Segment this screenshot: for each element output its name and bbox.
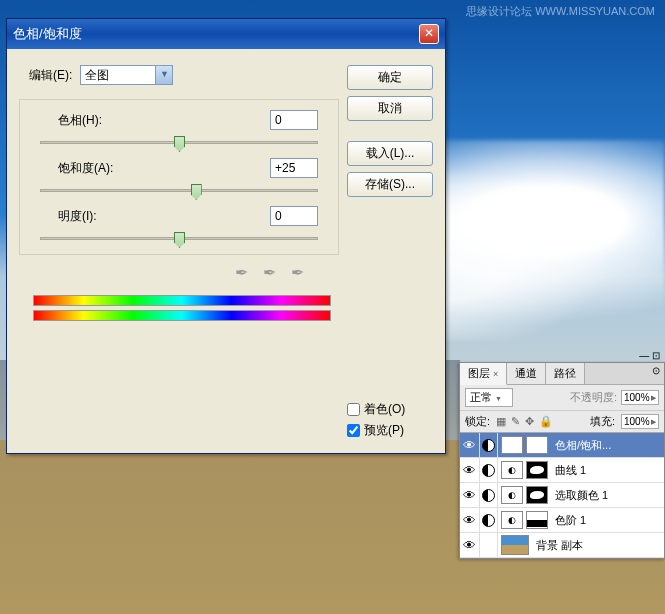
lightness-input[interactable] xyxy=(270,206,318,226)
lightness-label: 明度(I): xyxy=(58,208,97,225)
visibility-icon[interactable]: 👁 xyxy=(460,508,480,532)
layer-row[interactable]: 👁 ◐ 选取颜色 1 xyxy=(460,483,664,508)
hue-saturation-dialog: 色相/饱和度 ✕ 编辑(E): ▼ 色相(H): xyxy=(6,18,446,454)
layer-icon: ◐ xyxy=(501,436,523,454)
lightness-slider[interactable] xyxy=(40,232,318,246)
dialog-titlebar[interactable]: 色相/饱和度 ✕ xyxy=(7,19,445,49)
hue-slider[interactable] xyxy=(40,136,318,150)
hue-thumb[interactable] xyxy=(174,136,185,152)
edit-combo-input[interactable] xyxy=(81,66,155,84)
layer-icon: ◐ xyxy=(501,511,523,529)
mask-thumb[interactable] xyxy=(526,511,548,529)
layer-name[interactable]: 曲线 1 xyxy=(551,463,664,478)
panel-menu-icon[interactable]: ⊙ xyxy=(652,365,660,376)
saturation-slider[interactable] xyxy=(40,184,318,198)
layer-name[interactable]: 背景 副本 xyxy=(532,538,658,553)
layer-icon: ◐ xyxy=(501,486,523,504)
panel-collapse-icon[interactable]: — ⊡ xyxy=(639,350,660,361)
tab-close-icon[interactable]: × xyxy=(490,369,498,379)
layer-icon: ◐ xyxy=(501,461,523,479)
cancel-button[interactable]: 取消 xyxy=(347,96,433,121)
image-thumb[interactable] xyxy=(501,535,529,555)
opacity-label: 不透明度: xyxy=(570,390,617,405)
visibility-icon[interactable]: 👁 xyxy=(460,483,480,507)
blend-mode-select[interactable]: 正常 ▼ xyxy=(465,388,513,407)
eyedropper-icon[interactable]: ✒ xyxy=(235,263,253,281)
layer-row[interactable]: 👁 ◐ 色阶 1 xyxy=(460,508,664,533)
eyedropper-add-icon[interactable]: ✒ xyxy=(263,263,281,281)
opacity-input[interactable]: 100%▶ xyxy=(621,390,659,405)
saturation-input[interactable] xyxy=(270,158,318,178)
adjustment-icon xyxy=(480,433,498,457)
tab-channels[interactable]: 通道 xyxy=(507,363,546,384)
edit-label: 编辑(E): xyxy=(29,67,72,84)
layer-row[interactable]: 👁 ◐ 曲线 1 xyxy=(460,458,664,483)
mask-thumb[interactable] xyxy=(526,461,548,479)
adjustment-icon xyxy=(480,508,498,532)
gradient-bar-bottom xyxy=(33,310,331,321)
layer-name[interactable]: 选取颜色 1 xyxy=(551,488,664,503)
close-button[interactable]: ✕ xyxy=(419,24,439,44)
combo-arrow-icon[interactable]: ▼ xyxy=(155,66,172,84)
visibility-icon[interactable]: 👁 xyxy=(460,458,480,482)
sliders-group: 色相(H): 饱和度(A): xyxy=(19,99,339,255)
lock-pixels-icon[interactable]: ✎ xyxy=(511,415,520,428)
lock-transparency-icon[interactable]: ▦ xyxy=(496,415,506,428)
layer-row[interactable]: 👁 背景 副本 xyxy=(460,533,664,558)
hue-input[interactable] xyxy=(270,110,318,130)
eyedropper-subtract-icon[interactable]: ✒ xyxy=(291,263,309,281)
fill-label: 填充: xyxy=(590,414,615,429)
visibility-icon[interactable]: 👁 xyxy=(460,433,480,457)
preview-checkbox[interactable] xyxy=(347,424,360,437)
adjustment-icon xyxy=(480,458,498,482)
layer-name[interactable]: 色相/饱和... xyxy=(551,438,664,453)
layers-panel: — ⊡ 图层× 通道 路径 ⊙ 正常 ▼ 不透明度: 100%▶ 锁定: ▦ ✎… xyxy=(459,362,665,559)
fill-input[interactable]: 100%▶ xyxy=(621,414,659,429)
tab-paths[interactable]: 路径 xyxy=(546,363,585,384)
mask-thumb[interactable] xyxy=(526,436,548,454)
watermark-text: 思缘设计论坛 WWW.MISSYUAN.COM xyxy=(466,4,655,19)
lock-all-icon[interactable]: 🔒 xyxy=(539,415,553,428)
dialog-title: 色相/饱和度 xyxy=(13,25,82,43)
layer-name[interactable]: 色阶 1 xyxy=(551,513,664,528)
layer-row[interactable]: 👁 ◐ 色相/饱和... xyxy=(460,433,664,458)
tab-layers[interactable]: 图层× xyxy=(460,363,507,385)
preview-option[interactable]: 预览(P) xyxy=(347,422,433,439)
lock-position-icon[interactable]: ✥ xyxy=(525,415,534,428)
link-cell[interactable] xyxy=(480,533,498,557)
colorize-checkbox[interactable] xyxy=(347,403,360,416)
colorize-option[interactable]: 着色(O) xyxy=(347,401,433,418)
layers-list: 👁 ◐ 色相/饱和... 👁 ◐ 曲线 1 👁 ◐ 选取颜色 1 👁 ◐ 色阶 … xyxy=(460,433,664,558)
saturation-label: 饱和度(A): xyxy=(58,160,113,177)
lock-label: 锁定: xyxy=(465,414,490,429)
adjustment-icon xyxy=(480,483,498,507)
hue-gradient-bars xyxy=(33,295,331,321)
visibility-icon[interactable]: 👁 xyxy=(460,533,480,557)
mask-thumb[interactable] xyxy=(526,486,548,504)
edit-combobox[interactable]: ▼ xyxy=(80,65,173,85)
gradient-bar-top xyxy=(33,295,331,306)
hue-label: 色相(H): xyxy=(58,112,102,129)
load-button[interactable]: 载入(L)... xyxy=(347,141,433,166)
ok-button[interactable]: 确定 xyxy=(347,65,433,90)
save-button[interactable]: 存储(S)... xyxy=(347,172,433,197)
lightness-thumb[interactable] xyxy=(174,232,185,248)
saturation-thumb[interactable] xyxy=(191,184,202,200)
